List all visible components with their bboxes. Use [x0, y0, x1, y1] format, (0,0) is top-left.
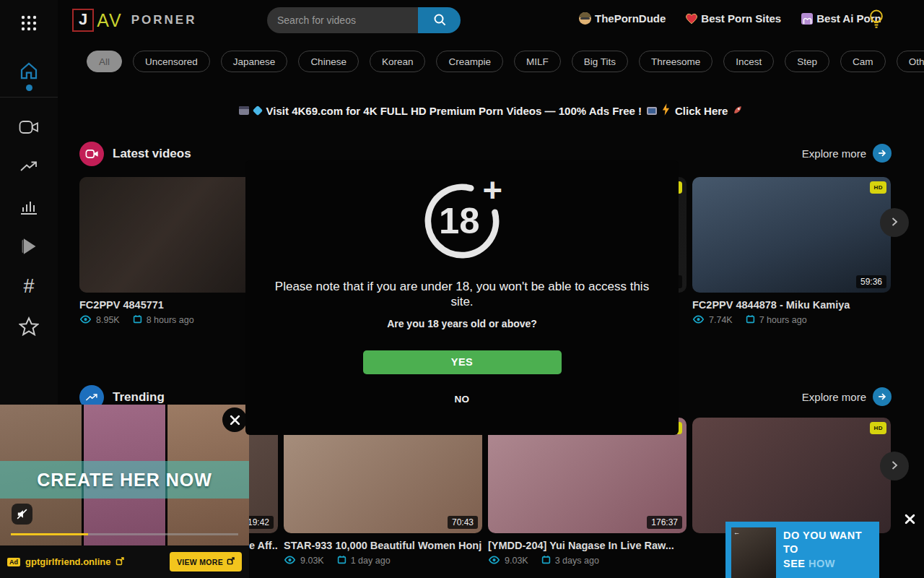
view-count: 9.03K [300, 556, 324, 566]
category-chip-row: All Uncensored Japanese Chinese Korean C… [87, 51, 924, 72]
explore-more-label: Explore more [802, 391, 866, 403]
no-button[interactable]: NO [245, 394, 679, 405]
ad-text-line1: DO YOU WANT TO [783, 529, 879, 557]
svg-text:+: + [482, 176, 502, 209]
play-icon[interactable] [14, 232, 43, 261]
eye-icon [284, 556, 296, 566]
dude-avatar-icon [579, 12, 591, 25]
video-camera-icon[interactable] [14, 113, 43, 142]
category-chip-cam[interactable]: Cam [840, 51, 886, 72]
arrow-right-icon [873, 144, 892, 163]
view-count: 9.03K [505, 556, 528, 566]
link-theporndude[interactable]: ThePornDude [579, 12, 666, 25]
hd-badge: HD [870, 181, 886, 194]
promo-banner-link[interactable]: Visit 4K69.com for 4K FULL HD Premium Po… [239, 103, 744, 118]
video-title[interactable]: STAR-933 10,000 Beautiful Women Honj... [284, 540, 482, 551]
category-chip-big-tits[interactable]: Big Tits [572, 51, 628, 72]
latest-videos-header: Latest videos [79, 142, 191, 166]
arrow-right-icon [873, 387, 892, 406]
category-chip-creampie[interactable]: Creampie [436, 51, 503, 72]
bar-chart-icon[interactable] [14, 192, 43, 221]
video-camera-icon [79, 142, 104, 166]
external-link-icon [116, 556, 124, 569]
ad-close-icon[interactable] [222, 407, 247, 432]
video-meta: 9.03K 3 days ago [488, 555, 687, 566]
calendar-icon [337, 555, 346, 566]
explore-more-label: Explore more [802, 147, 866, 160]
banner-ad[interactable]: ← DO YOU WANT TO SEE HOW [725, 522, 879, 578]
video-card[interactable]: HD 70:43 STAR-933 10,000 Beautiful Women… [284, 418, 482, 566]
video-card[interactable]: HD [692, 418, 891, 533]
posted-time: 8 hours ago [147, 315, 194, 325]
link-best-porn-sites[interactable]: Best Porn Sites [686, 12, 781, 25]
promo-banner-cta: Click Here [675, 105, 728, 117]
trending-explore-more[interactable]: Explore more [802, 387, 892, 406]
logo-j: J [72, 9, 94, 32]
search-button[interactable] [418, 7, 461, 33]
video-thumbnail[interactable]: HD 176:37 [488, 418, 687, 533]
category-chip-japanese[interactable]: Japanese [221, 51, 288, 72]
video-thumbnail[interactable]: HD 59:36 [692, 177, 891, 293]
calendar-icon [133, 314, 142, 326]
video-thumbnail[interactable]: HD [692, 418, 891, 533]
apps-grid-icon[interactable] [14, 9, 43, 38]
latest-carousel-next-button[interactable] [880, 208, 909, 237]
hashtag-icon[interactable]: # [14, 272, 43, 301]
ad-image-placeholder: ← [731, 527, 776, 578]
duration-badge: 70:43 [448, 516, 478, 529]
video-title[interactable]: [YMDD-204] Yui Nagase In Live Raw... [488, 540, 687, 551]
hd-badge: HD [870, 422, 886, 434]
ad-headline-band: CREATE HER NOW [0, 461, 249, 499]
search-icon [432, 12, 447, 29]
back-arrow-icon: ← [733, 529, 740, 536]
duration-badge: 176:37 [647, 516, 682, 529]
ad-text-line2: SEE HOW [783, 557, 879, 571]
category-chip-incest[interactable]: Incest [723, 51, 774, 72]
posted-time: 7 hours ago [759, 315, 807, 325]
category-chip-milf[interactable]: MILF [514, 51, 561, 72]
link-label: Best Porn Sites [701, 12, 781, 25]
ad-domain-link[interactable]: gptgirlfriend.online [25, 556, 110, 567]
view-more-button[interactable]: VIEW MORE [170, 552, 242, 571]
video-ad[interactable]: CREATE HER NOW Ad gptgirlfriend.online V… [0, 405, 249, 578]
category-chip-chinese[interactable]: Chinese [298, 51, 359, 72]
eye-icon [692, 315, 705, 326]
ad-progress-fill [11, 533, 88, 535]
video-thumbnail[interactable]: HD 70:43 [284, 418, 482, 533]
section-title: Latest videos [113, 147, 191, 161]
ad-text: DO YOU WANT TO SEE HOW [776, 522, 879, 578]
video-card[interactable]: HD 59:36 FC2PPV 4844878 - Miku Kamiya 7.… [692, 177, 891, 326]
video-card[interactable]: HD 176:37 [YMDD-204] Yui Nagase In Live … [488, 418, 687, 566]
trending-carousel-next-button[interactable] [880, 452, 909, 480]
search-bar [267, 7, 461, 33]
search-input[interactable] [267, 7, 418, 33]
age-gate-message: Please note that if you are under 18, yo… [267, 279, 657, 310]
rocket-icon [733, 105, 743, 117]
category-chip-step[interactable]: Step [785, 51, 829, 72]
lightning-icon [662, 103, 670, 118]
category-chip-uncensored[interactable]: Uncensored [133, 51, 210, 72]
ad-close-icon[interactable] [901, 510, 918, 527]
age-verification-modal: 18 + Please note that if you are under 1… [245, 160, 679, 435]
category-chip-other[interactable]: Other [897, 51, 924, 72]
star-icon[interactable] [14, 311, 43, 340]
latest-explore-more[interactable]: Explore more [802, 144, 892, 163]
home-icon[interactable] [14, 56, 43, 85]
view-count: 7.74K [709, 315, 733, 325]
sidebar-divider [0, 97, 58, 98]
ad-headline: CREATE HER NOW [37, 470, 212, 491]
home-active-dot [26, 85, 32, 91]
lightbulb-icon[interactable] [868, 9, 885, 30]
site-logo[interactable]: J AV PORNER [72, 9, 196, 32]
category-chip-threesome[interactable]: Threesome [639, 51, 712, 72]
chevron-right-icon [889, 460, 900, 473]
mute-icon[interactable] [12, 504, 32, 525]
category-chip-all[interactable]: All [87, 51, 122, 72]
posted-time: 1 day ago [351, 556, 391, 566]
category-chip-korean[interactable]: Korean [370, 51, 426, 72]
video-title[interactable]: FC2PPV 4844878 - Miku Kamiya [692, 299, 891, 311]
external-link-icon [227, 557, 235, 566]
18-plus-icon: 18 + [245, 176, 679, 269]
yes-button[interactable]: YES [363, 350, 562, 374]
trending-up-icon[interactable] [14, 152, 43, 181]
